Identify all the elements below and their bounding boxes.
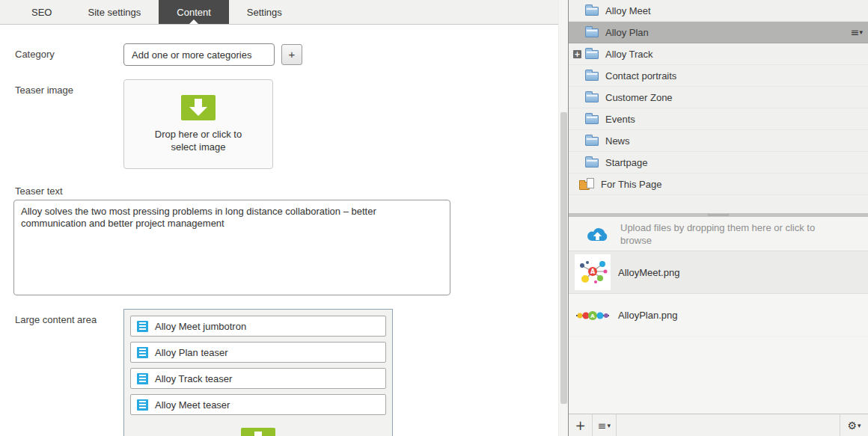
file-row-alloyplan[interactable]: A AlloyPlan.png bbox=[569, 294, 868, 337]
folder-row-contact-portraits[interactable]: Contact portraits bbox=[569, 65, 868, 87]
block-title: Alloy Meet jumbotron bbox=[155, 321, 246, 332]
folder-row-alloy-track[interactable]: + Alloy Track bbox=[569, 43, 868, 65]
context-menu-icon[interactable]: ≡▾ bbox=[851, 26, 863, 38]
content-block[interactable]: Alloy Meet jumbotron bbox=[130, 316, 386, 337]
file-thumbnail-alloyplan: A bbox=[575, 298, 611, 334]
teaser-image-label: Teaser image bbox=[0, 79, 123, 96]
toolbar-spacer bbox=[617, 414, 840, 436]
folder-icon bbox=[585, 28, 599, 37]
tab-content[interactable]: Content bbox=[159, 0, 229, 24]
file-name: AlloyPlan.png bbox=[618, 310, 678, 321]
folder-name: Events bbox=[605, 114, 635, 125]
upload-dropzone[interactable]: Upload files by dropping them here or cl… bbox=[569, 217, 868, 251]
teaser-image-field-row: Teaser image Drop here or click to selec… bbox=[0, 79, 558, 169]
category-label: Category bbox=[0, 43, 123, 60]
file-row-alloymeet[interactable]: A AlloyMeet.png bbox=[569, 251, 868, 294]
for-this-page-label: For This Page bbox=[601, 179, 661, 190]
tab-site-settings[interactable]: Site settings bbox=[70, 0, 159, 24]
folder-icon bbox=[585, 50, 599, 59]
teaser-text-input[interactable]: Alloy solves the two most pressing probl… bbox=[13, 200, 450, 295]
folder-row-news[interactable]: News bbox=[569, 130, 868, 152]
category-field-row: Category + bbox=[0, 43, 558, 66]
folder-row-alloy-meet[interactable]: Alloy Meet bbox=[569, 0, 868, 22]
add-asset-button[interactable]: + bbox=[569, 414, 593, 436]
folder-row-events[interactable]: Events bbox=[569, 108, 868, 130]
teaser-image-dropzone[interactable]: Drop here or click to select image bbox=[123, 79, 273, 169]
block-title: Alloy Meet teaser bbox=[155, 399, 230, 411]
content-block[interactable]: Alloy Track teaser bbox=[130, 368, 386, 389]
tab-seo[interactable]: SEO bbox=[13, 0, 70, 24]
expand-icon[interactable]: + bbox=[573, 50, 581, 58]
folder-name: Alloy Meet bbox=[605, 5, 651, 16]
upload-text: Upload files by dropping them here or cl… bbox=[620, 221, 845, 247]
folder-icon bbox=[585, 93, 599, 102]
for-this-page-icon bbox=[579, 178, 596, 191]
block-title: Alloy Track teaser bbox=[155, 373, 232, 384]
upload-cloud-icon bbox=[587, 226, 608, 242]
folder-name: Alloy Track bbox=[605, 49, 653, 60]
block-icon bbox=[137, 347, 148, 358]
for-this-page-row[interactable]: For This Page bbox=[569, 174, 868, 195]
settings-gear-button[interactable]: ⚙▾ bbox=[840, 414, 868, 436]
properties-panel: SEO Site settings Content Settings Categ… bbox=[0, 0, 558, 436]
large-content-area-row: Large content area Alloy Meet jumbotron … bbox=[0, 309, 558, 436]
property-tabbar: SEO Site settings Content Settings bbox=[0, 0, 558, 25]
folder-icon bbox=[585, 159, 599, 168]
block-title: Alloy Plan teaser bbox=[155, 347, 228, 358]
folder-row-alloy-plan[interactable]: Alloy Plan ≡▾ bbox=[569, 22, 868, 43]
drop-arrow-icon bbox=[241, 428, 275, 436]
content-block[interactable]: Alloy Plan teaser bbox=[130, 342, 386, 363]
add-category-button[interactable]: + bbox=[281, 44, 302, 65]
folder-icon bbox=[585, 115, 599, 124]
assets-toolbar: + ≡▾ ⚙▾ bbox=[569, 414, 868, 436]
form-scrollbar-thumb[interactable] bbox=[560, 112, 567, 404]
folder-name: News bbox=[605, 135, 630, 147]
content-block[interactable]: Alloy Meet teaser bbox=[130, 394, 386, 415]
block-icon bbox=[137, 373, 148, 384]
folder-icon bbox=[585, 7, 599, 16]
large-content-area-label: Large content area bbox=[0, 309, 123, 325]
folder-row-startpage[interactable]: Startpage bbox=[569, 152, 868, 174]
folder-icon bbox=[585, 137, 599, 146]
folder-name: Alloy Plan bbox=[605, 27, 649, 38]
teaser-text-field: Teaser text Alloy solves the two most pr… bbox=[0, 185, 558, 295]
list-options-button[interactable]: ≡▾ bbox=[593, 414, 617, 436]
teaser-text-label: Teaser text bbox=[15, 185, 558, 197]
file-name: AlloyMeet.png bbox=[618, 267, 679, 278]
drop-arrow-icon bbox=[181, 95, 216, 120]
folder-name: Contact portraits bbox=[605, 70, 676, 82]
form-scrollbar[interactable] bbox=[558, 0, 568, 436]
svg-text:A: A bbox=[590, 268, 596, 275]
panel-splitter[interactable] bbox=[569, 213, 868, 217]
block-icon bbox=[137, 399, 148, 411]
tree-empty-space bbox=[569, 195, 868, 213]
folder-icon bbox=[585, 72, 599, 81]
block-icon bbox=[137, 321, 148, 332]
assets-panel: Alloy Meet Alloy Plan ≡▾ + Alloy Track C… bbox=[568, 0, 868, 436]
file-thumbnail-alloymeet: A bbox=[575, 254, 611, 290]
dropzone-text: Drop here or click to select image bbox=[142, 128, 254, 153]
folder-name: Startpage bbox=[605, 157, 647, 168]
tab-settings[interactable]: Settings bbox=[229, 0, 300, 24]
folder-row-customer-zone[interactable]: Customer Zone bbox=[569, 87, 868, 108]
category-input[interactable] bbox=[123, 43, 275, 66]
folder-name: Customer Zone bbox=[605, 92, 673, 103]
cms-edit-view: SEO Site settings Content Settings Categ… bbox=[0, 0, 868, 436]
file-list-empty-space bbox=[569, 337, 868, 414]
svg-text:A: A bbox=[590, 313, 595, 319]
large-content-area[interactable]: Alloy Meet jumbotron Alloy Plan teaser A… bbox=[123, 309, 393, 436]
